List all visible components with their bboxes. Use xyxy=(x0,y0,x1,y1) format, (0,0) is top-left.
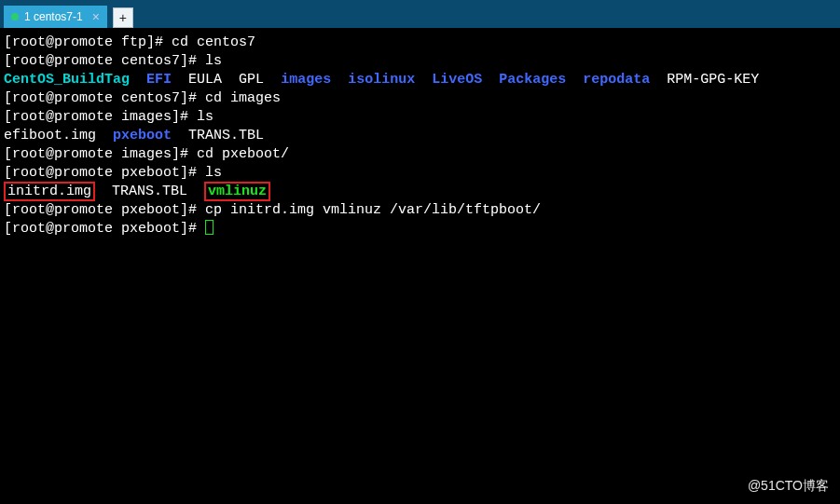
command: ls xyxy=(197,109,213,125)
listing-item: Packages xyxy=(499,72,566,88)
command: cd pxeboot/ xyxy=(197,146,289,162)
listing-item: EULA xyxy=(188,72,222,88)
prompt: [root@promote images]# xyxy=(4,109,197,125)
terminal-tab[interactable]: 1 centos7-1 × xyxy=(4,6,107,28)
listing-item: images xyxy=(281,72,331,88)
tab-label: 1 centos7-1 xyxy=(24,10,83,23)
terminal-line: [root@promote images]# ls xyxy=(4,108,836,127)
listing-item: RPM-GPG-KEY xyxy=(667,72,759,88)
prompt: [root@promote centos7]# xyxy=(4,53,205,69)
terminal-line: [root@promote images]# cd pxeboot/ xyxy=(4,145,836,164)
plus-icon: + xyxy=(119,10,127,25)
prompt: [root@promote pxeboot]# xyxy=(4,221,205,237)
prompt: [root@promote pxeboot]# xyxy=(4,165,205,181)
terminal-line: efiboot.img pxeboot TRANS.TBL xyxy=(4,127,836,145)
command: ls xyxy=(205,165,222,181)
listing-item: LiveOS xyxy=(432,72,482,88)
listing-item: isolinux xyxy=(348,72,415,88)
terminal-line: [root@promote pxeboot]# ls xyxy=(4,164,836,183)
terminal-line: [root@promote centos7]# ls xyxy=(4,52,836,71)
listing-item: initrd.img xyxy=(4,182,95,201)
watermark: @51CTO博客 xyxy=(748,478,829,495)
terminal-line: [root@promote pxeboot]# cp initrd.img vm… xyxy=(4,201,836,220)
terminal-line: CentOS_BuildTag EFI EULA GPL images isol… xyxy=(4,71,836,89)
new-tab-button[interactable]: + xyxy=(113,7,133,28)
listing-item: vmlinuz xyxy=(204,182,270,201)
prompt: [root@promote pxeboot]# xyxy=(4,202,205,218)
command: cp initrd.img vmlinuz /var/lib/tftpboot/ xyxy=(205,202,541,218)
listing-item: repodata xyxy=(583,72,650,88)
listing-item: efiboot.img xyxy=(4,128,96,143)
command: cd centos7 xyxy=(172,34,255,50)
listing-item: CentOS_BuildTag xyxy=(4,72,130,88)
prompt: [root@promote images]# xyxy=(4,146,197,162)
terminal-output[interactable]: [root@promote ftp]# cd centos7[root@prom… xyxy=(0,28,840,244)
close-icon[interactable]: × xyxy=(92,9,100,24)
terminal-line: [root@promote ftp]# cd centos7 xyxy=(4,34,836,52)
listing-item: TRANS.TBL xyxy=(188,128,264,143)
command: cd images xyxy=(205,90,281,106)
cursor-icon xyxy=(205,220,213,235)
tab-bar: 1 centos7-1 × + xyxy=(0,0,840,28)
prompt: [root@promote centos7]# xyxy=(4,90,205,106)
listing-item: pxeboot xyxy=(113,128,172,143)
terminal-line: [root@promote pxeboot]# xyxy=(4,220,836,238)
status-dot-icon xyxy=(11,13,19,20)
listing-item: EFI xyxy=(146,72,172,88)
terminal-line: [root@promote centos7]# cd images xyxy=(4,89,836,108)
prompt: [root@promote ftp]# xyxy=(4,34,172,50)
terminal-line: initrd.img TRANS.TBL vmlinuz xyxy=(4,183,836,201)
command: ls xyxy=(205,53,222,69)
listing-item: GPL xyxy=(239,72,264,88)
listing-item: TRANS.TBL xyxy=(112,184,187,199)
